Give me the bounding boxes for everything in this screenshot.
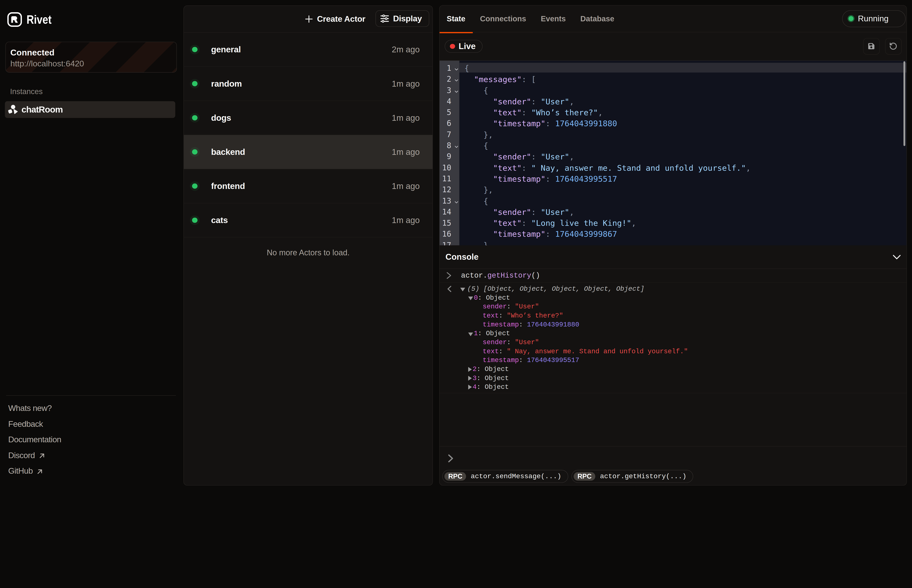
code-token: "Who’s there?" bbox=[531, 108, 598, 117]
actor-status-dot bbox=[192, 184, 197, 189]
save-button[interactable] bbox=[863, 38, 880, 54]
console-item-1[interactable]: 1: Object bbox=[439, 329, 907, 338]
code-token: "text" bbox=[493, 163, 522, 172]
prop-value: " Nay, answer me. Stand and unfold yours… bbox=[507, 347, 688, 355]
triangle-down-icon bbox=[460, 288, 465, 291]
fold-chevron-icon[interactable] bbox=[454, 75, 459, 86]
sidebar-link-whats-new[interactable]: Whats new? bbox=[0, 401, 184, 416]
actor-timestamp: 1m ago bbox=[392, 181, 420, 191]
code-line: { bbox=[464, 140, 488, 151]
tab-events[interactable]: Events bbox=[534, 5, 573, 32]
console-prompt-row[interactable] bbox=[439, 446, 907, 470]
actor-row-backend[interactable]: backend1m ago bbox=[184, 135, 433, 169]
editor-line-9: 9 "sender": "User", bbox=[439, 151, 907, 163]
item-label: Object bbox=[485, 383, 509, 391]
actor-row-dogs[interactable]: dogs1m ago bbox=[184, 101, 433, 135]
code-token bbox=[464, 218, 493, 228]
console-item-0[interactable]: 0: Object bbox=[439, 294, 907, 302]
sidebar-item-chatroom[interactable]: chatRoom bbox=[5, 101, 175, 118]
sidebar-divider bbox=[6, 395, 176, 396]
line-number: 4 bbox=[439, 96, 459, 107]
live-badge[interactable]: Live bbox=[445, 40, 482, 53]
item-index: 4 bbox=[473, 383, 476, 391]
editor-line-8: 8 { bbox=[439, 140, 907, 151]
line-number: 15 bbox=[439, 218, 459, 229]
code-token: "timestamp" bbox=[493, 174, 546, 184]
console-header[interactable]: Console bbox=[439, 245, 907, 269]
console-prop-timestamp[interactable]: timestamp: 1764043991880 bbox=[439, 320, 907, 329]
sidebar-link-documentation[interactable]: Documentation bbox=[0, 432, 184, 447]
state-toolbar: Live bbox=[439, 32, 907, 60]
reset-button[interactable] bbox=[885, 38, 901, 54]
code-token: , bbox=[631, 218, 636, 228]
code-token bbox=[464, 163, 493, 172]
code-token: : bbox=[546, 119, 555, 128]
command-method: getHistory bbox=[487, 271, 531, 279]
code-line: "sender": "User", bbox=[464, 151, 574, 163]
sidebar-link-discord[interactable]: Discord bbox=[0, 447, 184, 463]
code-token bbox=[464, 208, 493, 216]
editor-scrollbar[interactable] bbox=[904, 61, 905, 146]
prop-key: timestamp bbox=[483, 321, 519, 328]
sidebar-link-github[interactable]: GitHub bbox=[0, 463, 184, 479]
code-line: "timestamp": 1764043995517 bbox=[464, 173, 617, 184]
editor-line-13: 13 { bbox=[439, 195, 907, 207]
tab-state[interactable]: State bbox=[439, 5, 473, 32]
state-json-editor[interactable]: 1{2 "messages": [3 {4 "sender": "User",5… bbox=[439, 60, 907, 245]
rpc-shortcut-sendmessage[interactable]: RPCactor.sendMessage(...) bbox=[442, 470, 568, 483]
instance-name: chatRoom bbox=[21, 105, 63, 115]
triangle-right-icon bbox=[468, 367, 472, 372]
running-dot-icon bbox=[849, 16, 854, 21]
console-item-3[interactable]: 3: Object bbox=[439, 374, 907, 383]
prop-key: text bbox=[483, 312, 499, 320]
item-colon: : bbox=[476, 375, 485, 382]
chevron-down-icon bbox=[454, 89, 458, 94]
console-item-4[interactable]: 4: Object bbox=[439, 383, 907, 392]
actor-row-frontend[interactable]: frontend1m ago bbox=[184, 169, 433, 203]
console-prop-text[interactable]: text: " Nay, answer me. Stand and unfold… bbox=[439, 347, 907, 356]
editor-line-12: 12 }, bbox=[439, 184, 907, 195]
display-button[interactable]: Display bbox=[375, 10, 429, 27]
tab-label: Connections bbox=[480, 15, 526, 23]
code-token: { bbox=[464, 86, 488, 95]
rpc-label: actor.getHistory(...) bbox=[600, 472, 686, 480]
editor-line-15: 15 "text": "Long live the King!", bbox=[439, 218, 907, 229]
console-prop-text[interactable]: text: "Who’s there?" bbox=[439, 311, 907, 320]
fold-chevron-icon[interactable] bbox=[454, 64, 459, 75]
item-label: Object bbox=[485, 375, 509, 382]
actor-icon bbox=[8, 105, 18, 114]
code-token: 1764043995517 bbox=[555, 174, 617, 184]
console-prop-timestamp[interactable]: timestamp: 1764043995517 bbox=[439, 356, 907, 365]
console-prop-sender[interactable]: sender: "User" bbox=[439, 338, 907, 347]
actor-name: backend bbox=[211, 147, 245, 157]
chevron-down-icon[interactable] bbox=[892, 252, 901, 262]
connection-card: Connected http://localhost:6420 bbox=[5, 42, 177, 73]
live-dot-icon bbox=[450, 44, 455, 49]
code-token: "timestamp" bbox=[493, 119, 546, 128]
fold-chevron-icon[interactable] bbox=[454, 86, 459, 97]
editor-line-14: 14 "sender": "User", bbox=[439, 207, 907, 218]
console-item-2[interactable]: 2: Object bbox=[439, 365, 907, 374]
instances-label: Instances bbox=[10, 87, 43, 96]
line-number: 10 bbox=[439, 162, 459, 173]
fold-chevron-icon[interactable] bbox=[454, 196, 459, 208]
rpc-badge: RPC bbox=[574, 472, 596, 481]
actor-row-cats[interactable]: cats1m ago bbox=[184, 204, 433, 237]
tab-connections[interactable]: Connections bbox=[473, 5, 533, 32]
actor-row-general[interactable]: general2m ago bbox=[184, 33, 433, 67]
tab-label: Database bbox=[580, 15, 614, 23]
triangle-down-icon bbox=[468, 297, 473, 300]
fold-chevron-icon[interactable] bbox=[454, 141, 459, 152]
create-actor-button[interactable]: Create Actor bbox=[305, 15, 365, 24]
code-token: "User" bbox=[541, 152, 570, 162]
sidebar-link-feedback[interactable]: Feedback bbox=[0, 416, 184, 432]
display-label: Display bbox=[393, 14, 422, 23]
prop-value: "Who’s there?" bbox=[507, 312, 563, 320]
console-result-row[interactable]: (5) [Object, Object, Object, Object, Obj… bbox=[439, 284, 907, 294]
brand[interactable]: Rivet bbox=[7, 12, 56, 27]
console-prop-sender[interactable]: sender: "User" bbox=[439, 302, 907, 311]
tab-database[interactable]: Database bbox=[573, 5, 621, 32]
actor-row-random[interactable]: random1m ago bbox=[184, 67, 433, 101]
code-token: "messages" bbox=[474, 75, 522, 84]
rpc-shortcut-gethistory[interactable]: RPCactor.getHistory(...) bbox=[571, 470, 693, 483]
